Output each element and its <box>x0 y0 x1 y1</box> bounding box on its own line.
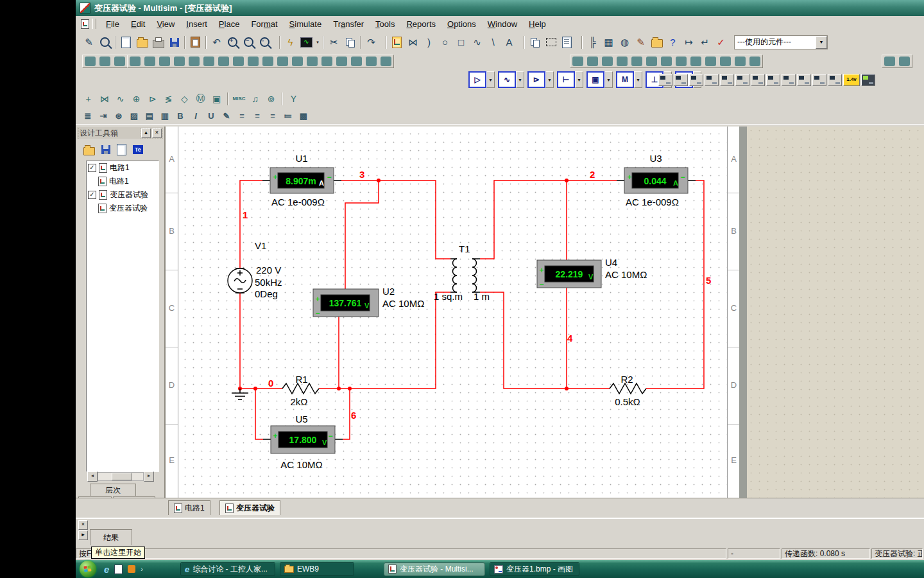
component-button[interactable] <box>366 57 377 66</box>
export-button[interactable]: ↦ <box>681 34 697 50</box>
component-button[interactable] <box>587 57 598 66</box>
menu-window[interactable]: Window <box>482 17 523 31</box>
back-annotate-button[interactable]: ↵ <box>697 34 713 50</box>
align-right-button[interactable]: ≡ <box>266 109 280 122</box>
menu-help[interactable]: Help <box>523 17 552 31</box>
place-resistor-icon[interactable]: ∿ <box>113 92 128 105</box>
internet-explorer-launcher[interactable]: e <box>104 564 109 575</box>
help-button[interactable]: ? <box>665 34 681 50</box>
hierarchy-button[interactable]: ╠ <box>585 34 601 50</box>
place-cmos-icon[interactable]: ◇ <box>177 92 192 105</box>
place-motor-icon[interactable]: Ⓜ <box>193 92 208 105</box>
menu-format[interactable]: Format <box>245 17 283 31</box>
save-button[interactable] <box>166 34 182 50</box>
menu-tools[interactable]: Tools <box>370 17 400 31</box>
checkbox-icon[interactable]: ✓ <box>88 191 96 199</box>
component-button[interactable] <box>114 57 125 66</box>
wire-secondary-bottom[interactable] <box>480 292 610 389</box>
start-button[interactable] <box>80 561 96 577</box>
wire-node1[interactable] <box>240 180 262 268</box>
new-sheet-icon[interactable] <box>117 144 126 155</box>
place-junction-icon[interactable]: + <box>81 92 96 105</box>
place-indicator-icon[interactable]: ▣ <box>209 92 224 105</box>
measurement-probe-button[interactable]: 1.4v <box>843 74 860 86</box>
wire-node3-primary[interactable] <box>341 180 450 259</box>
component-button[interactable] <box>617 57 628 66</box>
tab-hierarchy[interactable]: 层次 <box>90 484 136 496</box>
open-samples-button[interactable] <box>649 34 665 50</box>
print-button[interactable] <box>150 34 166 50</box>
resistor-R1[interactable]: R1 2kΩ <box>282 374 319 407</box>
grid-toggle-button[interactable]: ▦ <box>601 34 617 50</box>
bode-plotter-button[interactable] <box>735 74 749 86</box>
new-file-button[interactable] <box>118 34 134 50</box>
panel-pin-icon[interactable]: ▴ <box>141 128 151 138</box>
tree-horizontal-scrollbar[interactable]: ◂ ▸ <box>87 472 154 481</box>
component-button[interactable] <box>661 57 672 66</box>
vertical-scrollbar[interactable] <box>739 127 747 498</box>
zoom-in-button[interactable]: + <box>225 34 241 50</box>
place-antenna-icon[interactable]: Y <box>286 92 301 105</box>
component-button[interactable] <box>130 57 141 66</box>
place-ttl-icon[interactable]: ≶ <box>161 92 176 105</box>
place-misc-icon[interactable]: MISC <box>232 92 246 105</box>
transistor-components-button-dropdown-icon[interactable]: ▼ <box>575 71 583 88</box>
misc-components-button-dropdown-icon[interactable]: ▼ <box>634 71 642 88</box>
sheet-tab-变压器试验[interactable]: 变压器试验 <box>219 500 280 515</box>
voltmeter-U4[interactable]: 22.219 + − V U4 AC 10MΩ <box>537 257 647 289</box>
undo-button[interactable]: ↶ <box>209 34 225 50</box>
menu-view[interactable]: View <box>151 17 180 31</box>
misc-components-button[interactable]: M <box>616 71 634 88</box>
wire-node5[interactable] <box>646 180 704 389</box>
component-button[interactable] <box>321 57 332 66</box>
ac-source-V1[interactable]: V1 220 V 50kHz 0Deg <box>228 240 282 299</box>
rectangle-tool-button[interactable]: □ <box>453 34 469 50</box>
component-button[interactable] <box>336 57 347 66</box>
logic-analyzer-button[interactable] <box>782 74 796 86</box>
copy-bitmap-button[interactable] <box>527 34 543 50</box>
clipboard-icon[interactable]: ▤ <box>142 109 157 122</box>
wattmeter-button[interactable] <box>689 74 703 86</box>
menu-file[interactable]: File <box>100 17 125 31</box>
oscilloscope-button[interactable] <box>705 74 719 86</box>
transistor-components-button[interactable]: ⊢ <box>557 71 575 88</box>
redo-button[interactable]: ↷ <box>363 34 379 50</box>
checkbox-icon[interactable]: ✓ <box>88 164 96 172</box>
iv-analyzer-button[interactable] <box>812 74 826 86</box>
component-button[interactable] <box>735 57 746 66</box>
tab-results[interactable]: 结果 <box>90 529 132 545</box>
component-button[interactable] <box>646 57 657 66</box>
wire-node6[interactable] <box>343 389 350 439</box>
scroll-left-icon[interactable]: ◂ <box>87 471 98 482</box>
tree-item-电路1[interactable]: ✓电路1 <box>87 161 158 175</box>
bold-button[interactable]: B <box>173 109 187 122</box>
component-button[interactable] <box>631 57 642 66</box>
resistor-R2[interactable]: R2 0.5kΩ <box>610 374 646 407</box>
component-button[interactable] <box>705 57 716 66</box>
design-toolbox-toggle[interactable] <box>389 34 405 50</box>
place-mechanical-icon[interactable]: ⊚ <box>264 92 278 105</box>
save-icon[interactable] <box>101 145 110 154</box>
report-view-button[interactable] <box>559 34 575 50</box>
component-button[interactable] <box>690 57 701 66</box>
sheet-tab-电路1[interactable]: 电路1 <box>168 500 210 515</box>
component-button[interactable] <box>85 57 96 66</box>
grapher-button[interactable]: ∿ <box>298 34 314 50</box>
task-forum[interactable]: e综合讨论 - 工控人家... <box>180 562 275 576</box>
document-launcher[interactable] <box>114 565 123 574</box>
cut-button[interactable]: ✂ <box>326 34 342 50</box>
arc-tool-button[interactable]: ) <box>421 34 437 50</box>
menu-transfer[interactable]: Transfer <box>327 17 370 31</box>
media-app-launcher[interactable] <box>128 565 135 573</box>
picture-icon[interactable]: ▩ <box>296 109 311 122</box>
underline-button[interactable]: U <box>204 109 218 122</box>
align-left-button[interactable]: ≡ <box>235 109 249 122</box>
component-button[interactable] <box>277 57 288 66</box>
component-button[interactable] <box>189 57 200 66</box>
component-button[interactable] <box>203 57 214 66</box>
results-close-icon[interactable]: × <box>78 520 88 530</box>
capture-area-button[interactable] <box>543 34 559 50</box>
zoom-area-button[interactable]: ▫ <box>257 34 273 50</box>
place-audio-icon[interactable]: ♫ <box>248 92 262 105</box>
bullet-list-button[interactable]: ≔ <box>281 109 295 122</box>
